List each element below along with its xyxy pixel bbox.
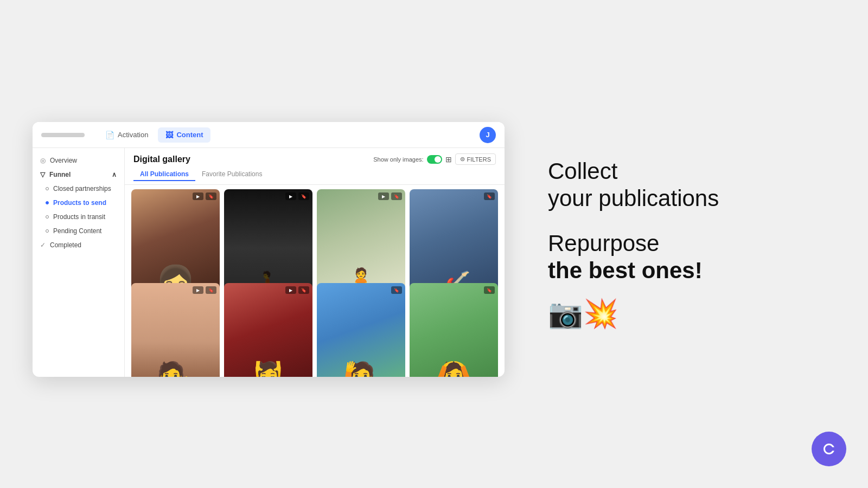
sidebar-label-pending: Pending Content (53, 227, 101, 235)
top-bar: 📄 Activation 🖼 Content J (33, 122, 505, 148)
promo-text-1: Collect your publications (548, 158, 719, 213)
dot-active-icon (46, 201, 49, 204)
images-toggle[interactable] (427, 155, 442, 164)
save-icon: 🔖 (298, 192, 309, 200)
gallery-item[interactable]: ▶ 🔖 ▶ (224, 283, 312, 377)
content-icon: 🖼 (165, 131, 173, 139)
right-panel: Collect your publications Repurpose the … (548, 158, 719, 331)
gallery-item[interactable]: 🔖 (410, 283, 498, 377)
dot-pending-icon (46, 229, 49, 233)
overlay-icons: 🔖 (391, 286, 402, 294)
filters-button[interactable]: ⊜ FILTERS (455, 153, 496, 165)
camera-emoji: 📷💥 (548, 297, 719, 330)
sidebar-label-overview: Overview (50, 157, 77, 164)
play-count-icon: ▶ (193, 192, 203, 200)
overlay-icons: ▶ 🔖 (285, 192, 309, 200)
sidebar-label-products-send: Products to send (53, 199, 106, 207)
sidebar-label-funnel: Funnel (49, 171, 71, 178)
show-images-label: Show only images: (373, 156, 423, 163)
save-icon: 🔖 (484, 286, 495, 294)
overview-icon: ◎ (40, 157, 46, 164)
sidebar-item-completed[interactable]: ✓ Completed (33, 238, 124, 252)
play-count-icon: ▶ (285, 286, 296, 294)
promo-line4: the best ones! (548, 258, 703, 283)
overlay-icons: ▶ 🔖 (285, 286, 309, 294)
sidebar-label-completed: Completed (50, 241, 81, 249)
bottom-circle-button[interactable] (812, 432, 846, 466)
filters-label: FILTERS (467, 156, 491, 163)
tab-content[interactable]: 🖼 Content (158, 127, 210, 143)
tab-activation[interactable]: 📄 Activation (98, 127, 156, 143)
tab-all-publications[interactable]: All Publications (133, 168, 195, 181)
dot-icon (46, 187, 49, 190)
funnel-chevron-icon: ∧ (112, 171, 117, 178)
sidebar-item-pending-content[interactable]: Pending Content (33, 224, 124, 238)
completed-icon: ✓ (40, 241, 46, 249)
play-count-icon: ▶ (193, 286, 203, 294)
tab-favorite-label: Favorite Publications (202, 170, 262, 178)
content-header-top: Digital gallery Show only images: ⊞ ⊜ FI… (133, 153, 496, 165)
sidebar-item-products-in-transit[interactable]: Products in transit (33, 210, 124, 224)
funnel-icon: ▽ (40, 171, 45, 178)
overlay-icons: ▶ 🔖 (193, 192, 216, 200)
sidebar-item-overview[interactable]: ◎ Overview (33, 153, 124, 168)
gallery-grid: ▶ 🔖 ▶ ▶ 🔖 ▶ ▶ 🔖 (125, 185, 505, 377)
main-tabs: 📄 Activation 🖼 Content (98, 127, 480, 143)
save-icon: 🔖 (391, 192, 402, 200)
dot-transit-icon (46, 215, 49, 219)
save-icon: 🔖 (484, 192, 495, 200)
sidebar-label-transit: Products in transit (53, 213, 105, 221)
avatar[interactable]: J (480, 127, 496, 143)
gallery-item[interactable]: ▶ 🔖 (131, 283, 220, 377)
page-title: Digital gallery (133, 155, 190, 164)
promo-line1: Collect (548, 158, 617, 184)
content-tabs: All Publications Favorite Publications (133, 168, 496, 181)
tab-favorite-publications[interactable]: Favorite Publications (195, 168, 269, 181)
save-icon: 🔖 (206, 286, 216, 294)
play-count-icon: ▶ (285, 192, 296, 200)
sidebar-label-closed: Closed partnerships (53, 185, 111, 192)
overlay-icons: ▶ 🔖 (378, 192, 402, 200)
sidebar-item-funnel[interactable]: ▽ Funnel ∧ (33, 168, 124, 182)
sidebar-item-products-to-send[interactable]: Products to send (33, 196, 124, 210)
circle-c-icon (821, 441, 837, 457)
overlay-icons: 🔖 (484, 286, 495, 294)
tab-activation-label: Activation (118, 131, 148, 139)
content-header: Digital gallery Show only images: ⊞ ⊜ FI… (125, 148, 505, 185)
main-layout: ◎ Overview ▽ Funnel ∧ Closed partnership… (33, 148, 505, 377)
grid-view-icon[interactable]: ⊞ (445, 155, 452, 164)
show-images-control: Show only images: ⊞ ⊜ FILTERS (373, 153, 496, 165)
promo-line2: your publications (548, 185, 719, 211)
filter-icon: ⊜ (460, 156, 465, 163)
sidebar: ◎ Overview ▽ Funnel ∧ Closed partnership… (33, 148, 125, 377)
activation-icon: 📄 (105, 131, 114, 139)
overlay-icons: 🔖 (484, 192, 495, 200)
promo-line3: Repurpose (548, 230, 659, 256)
content-area: Digital gallery Show only images: ⊞ ⊜ FI… (125, 148, 505, 377)
tab-content-label: Content (176, 131, 203, 139)
save-icon: 🔖 (206, 192, 216, 200)
play-count-icon: ▶ (378, 192, 389, 200)
sidebar-item-closed-partnerships[interactable]: Closed partnerships (33, 182, 124, 196)
save-icon: 🔖 (391, 286, 402, 294)
gallery-item[interactable]: 🔖 (317, 283, 405, 377)
app-window: 📄 Activation 🖼 Content J ◎ Overview ▽ Fu… (33, 122, 505, 377)
tab-all-label: All Publications (140, 170, 189, 178)
promo-text-2: Repurpose the best ones! (548, 230, 719, 285)
save-icon: 🔖 (298, 286, 309, 294)
logo-placeholder (41, 133, 85, 137)
overlay-icons: ▶ 🔖 (193, 286, 216, 294)
